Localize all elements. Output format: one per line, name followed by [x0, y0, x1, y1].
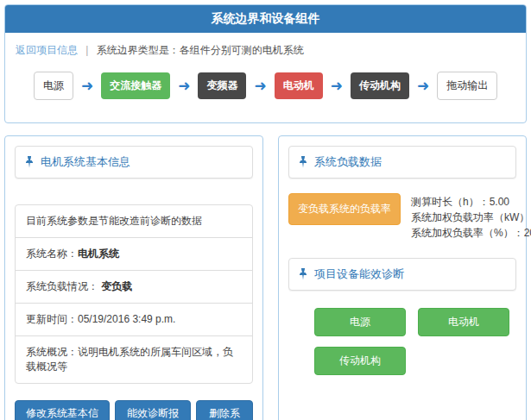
- system-name-value: 电机系统: [78, 248, 119, 260]
- boundary-type-text: 系统边界类型是：各组件分别可测的电机系统: [97, 44, 304, 56]
- load-rate-row: 变负载系统的负载率 测算时长（h）：5.00 系统加权负载功率（kW）：136.…: [288, 193, 516, 241]
- diagnose-motor-button[interactable]: 电动机: [418, 308, 509, 336]
- list-item: 系统名称：电机系统: [16, 238, 252, 271]
- variable-load-rate-button[interactable]: 变负载系统的负载率: [288, 193, 401, 225]
- arrow-right-icon: ➜: [331, 78, 343, 93]
- stat-duration: 测算时长（h）：5.00: [411, 194, 531, 210]
- field-label: 系统名称：: [26, 248, 78, 260]
- flow-node-power[interactable]: 电源: [34, 72, 73, 100]
- arrow-right-icon: ➜: [254, 78, 266, 93]
- diagnose-transmission-button[interactable]: 传动机构: [314, 347, 406, 375]
- update-time-value: 05/19/2016 3:49 p.m.: [78, 313, 175, 325]
- edit-basic-info-button[interactable]: 修改系统基本信息: [15, 400, 110, 420]
- list-item: 系统负载情况： 变负载: [16, 271, 252, 304]
- basic-info-title: 电机系统基本信息: [41, 154, 130, 170]
- system-flow-diagram: 电源 ➜ 交流接触器 ➜ 变频器 ➜ 电动机 ➜ 传动机构 ➜ 拖动输出: [16, 72, 515, 100]
- list-item: 更新时间：05/19/2016 3:49 p.m.: [16, 304, 252, 336]
- load-stats: 测算时长（h）：5.00 系统加权负载功率（kW）：136.00 系统加权负载率…: [411, 193, 531, 241]
- content-columns: 电机系统基本信息 目前系统参数是节能改造前诊断的数据 系统名称：电机系统 系统负…: [4, 135, 527, 420]
- delete-system-button[interactable]: 删除系统: [196, 400, 253, 420]
- flow-node-transmission[interactable]: 传动机构: [351, 72, 409, 99]
- arrow-right-icon: ➜: [417, 78, 429, 93]
- back-to-project-link[interactable]: 返回项目信息: [16, 44, 78, 56]
- breadcrumb: 返回项目信息 | 系统边界类型是：各组件分别可测的电机系统: [16, 43, 515, 58]
- load-condition-value: 变负载: [101, 280, 132, 292]
- efficiency-report-button[interactable]: 能效诊断报告: [115, 400, 191, 420]
- flow-node-drag-output[interactable]: 拖动输出: [437, 72, 497, 100]
- basic-info-header: 电机系统基本信息: [15, 146, 253, 179]
- separator: |: [85, 44, 88, 56]
- basic-info-list: 目前系统参数是节能改造前诊断的数据 系统名称：电机系统 系统负载情况： 变负载 …: [15, 204, 253, 384]
- field-label: 更新时间：: [26, 313, 78, 325]
- flow-node-ac-contactor[interactable]: 交流接触器: [101, 72, 170, 99]
- basic-info-actions: 修改系统基本信息 能效诊断报告 删除系统: [15, 400, 253, 420]
- diagnosis-header: 项目设备能效诊断: [288, 258, 516, 291]
- pushpin-icon: [298, 268, 308, 280]
- pushpin-icon: [298, 156, 308, 168]
- boundary-panel-body: 返回项目信息 | 系统边界类型是：各组件分别可测的电机系统 电源 ➜ 交流接触器…: [5, 33, 526, 122]
- load-data-panel: 系统负载数据 变负载系统的负载率 测算时长（h）：5.00 系统加权负载功率（k…: [278, 135, 527, 420]
- arrow-right-icon: ➜: [81, 78, 93, 93]
- list-item: 目前系统参数是节能改造前诊断的数据: [16, 205, 252, 238]
- page: 系统边界和设备组件 返回项目信息 | 系统边界类型是：各组件分别可测的电机系统 …: [0, 0, 531, 420]
- diagnose-power-button[interactable]: 电源: [314, 308, 406, 336]
- flow-node-inverter[interactable]: 变频器: [198, 72, 246, 99]
- diagnosis-buttons: 电源 电动机 传动机构: [288, 291, 516, 375]
- page-title: 系统边界和设备组件: [5, 5, 526, 33]
- arrow-right-icon: ➜: [178, 78, 190, 93]
- load-data-header: 系统负载数据: [288, 146, 516, 179]
- list-item: 系统概况：说明电机系统的所属车间区域，负载概况等: [16, 336, 252, 383]
- load-data-title: 系统负载数据: [314, 154, 382, 170]
- diagnosis-title: 项目设备能效诊断: [314, 266, 404, 282]
- basic-info-panel: 电机系统基本信息 目前系统参数是节能改造前诊断的数据 系统名称：电机系统 系统负…: [4, 135, 263, 420]
- stat-weighted-power: 系统加权负载功率（kW）：136.00: [411, 210, 531, 225]
- boundary-panel: 系统边界和设备组件 返回项目信息 | 系统边界类型是：各组件分别可测的电机系统 …: [4, 4, 527, 123]
- field-label: 系统概况：: [26, 346, 78, 358]
- pushpin-icon: [24, 156, 35, 168]
- system-note: 目前系统参数是节能改造前诊断的数据: [26, 215, 202, 227]
- flow-node-motor[interactable]: 电动机: [275, 72, 323, 99]
- field-label: 系统负载情况：: [26, 280, 101, 292]
- stat-weighted-load-rate: 系统加权负载率（%）：202.00: [411, 225, 531, 241]
